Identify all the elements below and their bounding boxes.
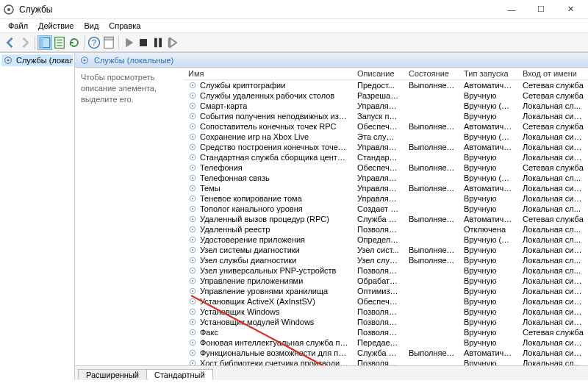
cell-logon: Локальная сис... [518,296,588,307]
cell-status [404,101,459,111]
table-row[interactable]: Установщик модулей WindowsПозволяет...Вр… [184,317,588,327]
cell-desc: Позволяет... [353,224,404,235]
bottom-tabs: Расширенный Стандартный [75,365,588,380]
col-logon[interactable]: Вход от имени [518,68,588,80]
svg-point-72 [192,362,193,363]
cell-status [404,90,459,101]
titlebar: Службы — ☐ ✕ [0,0,588,19]
forward-icon[interactable] [18,35,32,50]
cell-name: Тополог канального уровня [184,204,353,214]
tree-item-services[interactable]: Службы (локал... [1,54,73,66]
table-row[interactable]: Удостоверение приложенияОпределя...Вручн… [184,235,588,245]
close-button[interactable]: ✕ [556,2,585,17]
col-name[interactable]: Имя [184,68,353,80]
minimize-button[interactable]: — [497,2,526,17]
refresh-icon[interactable] [67,35,82,50]
cell-startup: Вручную [459,337,518,348]
help-icon[interactable]: ? [87,35,101,50]
tab-standard[interactable]: Стандартный [146,369,213,380]
service-icon [188,246,197,254]
stop-icon[interactable] [136,35,151,50]
cell-name: Установщик Windows [184,307,353,317]
table-row[interactable]: Удаленный реестрПозволяет...ОтключенаЛок… [184,224,588,235]
services-list[interactable]: Имя Описание Состояние Тип запуска Вход … [184,68,588,365]
table-row[interactable]: ФаксПозволяет...ВручнуюСетевая служба [184,327,588,337]
back-icon[interactable] [3,35,18,50]
table-row[interactable]: Сохранение игр на Xbox LiveЭта служб...В… [184,132,588,142]
svg-point-54 [192,269,193,271]
restart-icon[interactable] [165,35,180,50]
table-row[interactable]: Установщик ActiveX (AxInstSV)Обеспечи...… [184,296,588,307]
cell-desc: Позволяет... [353,317,404,327]
table-row[interactable]: Фоновая интеллектуальная служба передачи… [184,337,588,348]
table-row[interactable]: ТелефонияОбеспечи...ВыполняетсяВручнуюСе… [184,162,588,173]
cell-desc: Служба R... [353,214,404,224]
cell-status [404,317,459,327]
properties-icon[interactable] [101,35,116,50]
table-row[interactable]: Хост библиотеки счетчика производительно… [184,358,588,366]
cell-logon: Локальная сл... [518,204,588,214]
svg-point-22 [192,104,193,106]
table-row[interactable]: Установщик WindowsПозволяет...ВручнуюЛок… [184,307,588,317]
tree-pane: Службы (локал... [0,53,75,380]
table-row[interactable]: Средство построения конечных точек Windo… [184,142,588,152]
cell-startup: Вручную [459,255,518,265]
menu-bar: Файл Действие Вид Справка [0,19,588,33]
table-row[interactable]: Сопоставитель конечных точек RPCОбеспечи… [184,121,588,132]
cell-desc: Обрабатыв... [353,276,404,286]
cell-name: Функциональные возможности для подключен… [184,348,353,358]
svg-rect-12 [168,37,170,47]
services-table: Имя Описание Состояние Тип запуска Вход … [184,68,588,365]
menu-view[interactable]: Вид [79,21,104,31]
table-row[interactable]: Узел системы диагностикиУзел сист...Выпо… [184,245,588,255]
col-desc[interactable]: Описание [353,68,404,80]
cell-logon: Локальная сис... [518,132,588,142]
cell-desc: Передает ... [353,337,404,348]
cell-startup: Автоматиче... [459,348,518,358]
maximize-button[interactable]: ☐ [526,2,556,17]
svg-point-28 [192,135,193,137]
svg-point-20 [192,94,193,96]
cell-startup: Автоматиче... [459,121,518,132]
service-icon [188,287,197,296]
table-row[interactable]: Телефонная связьУправляет...Вручную (ак.… [184,173,588,183]
table-row[interactable]: ТемыУправляет...ВыполняетсяАвтоматиче...… [184,183,588,193]
table-row[interactable]: Службы удаленных рабочих столовРазрешает… [184,90,588,101]
tab-extended[interactable]: Расширенный [78,369,147,380]
table-row[interactable]: Узел универсальных PNP-устройствПозволяе… [184,265,588,276]
pause-icon[interactable] [151,35,165,50]
menu-help[interactable]: Справка [104,21,146,31]
content-header: Службы (локальные) [75,53,588,68]
svg-point-14 [7,60,10,62]
table-row[interactable]: Управление уровнями хранилищаОптимизи...… [184,286,588,296]
cell-startup: Вручную (ак... [459,101,518,111]
table-row[interactable]: Управление приложениямиОбрабатыв...Вручн… [184,276,588,286]
table-row[interactable]: Теневое копирование томаУправляет...Вруч… [184,193,588,204]
cell-status [404,173,459,183]
menu-action[interactable]: Действие [33,21,79,31]
cell-status [404,265,459,276]
cell-logon: Сетевая служба [518,214,588,224]
col-startup[interactable]: Тип запуска [459,68,518,80]
table-row[interactable]: Смарт-картаУправляет...Вручную (ак...Лок… [184,101,588,111]
play-icon[interactable] [121,35,136,50]
table-row[interactable]: Службы криптографииПредост...Выполняется… [184,80,588,90]
service-icon [188,338,197,347]
table-row[interactable]: События получения неподвижных изображени… [184,111,588,121]
service-icon [188,132,197,141]
svg-point-1 [7,8,10,11]
table-row[interactable]: Удаленный вызов процедур (RPC)Служба R..… [184,214,588,224]
table-row[interactable]: Стандартная служба сборщика центра диагн… [184,152,588,162]
table-row[interactable]: Узел службы диагностикиУзел служ...Выпол… [184,255,588,265]
table-row[interactable]: Функциональные возможности для подключен… [184,348,588,358]
toolbar: ? [0,33,588,52]
cell-startup: Вручную [459,276,518,286]
export-list-icon[interactable] [52,35,67,50]
cell-logon: Сетевая служба [518,327,588,337]
table-row[interactable]: Тополог канального уровняСоздает ка...Вр… [184,204,588,214]
service-icon [188,81,197,90]
menu-file[interactable]: Файл [3,21,33,31]
col-status[interactable]: Состояние [404,68,459,80]
show-hide-tree-icon[interactable] [37,35,52,50]
service-icon [188,318,197,326]
